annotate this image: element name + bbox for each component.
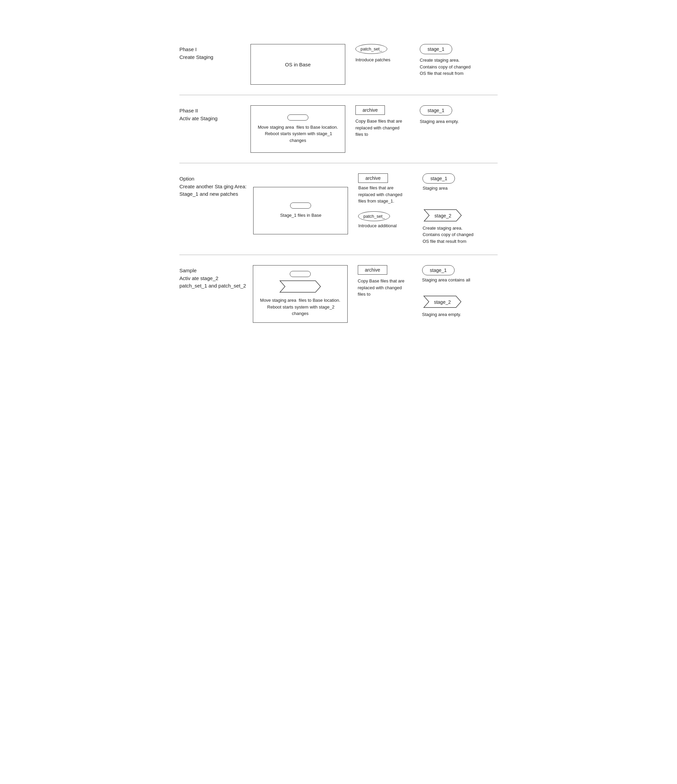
sample-right-col: stage_1 Staging area contains all stage_… xyxy=(422,265,476,318)
phase1-label: Phase I Create Staging xyxy=(179,44,250,61)
phase1-patch-oval: patch_set_ xyxy=(356,44,387,54)
option-patch-oval: patch_set_ xyxy=(358,212,390,221)
option-archive-box: archive xyxy=(358,173,388,183)
option-patch-text: Introduce additional xyxy=(358,222,409,229)
phase2-label: Phase II Activ ate Staging xyxy=(179,105,250,122)
phase1-base-label: OS in Base xyxy=(285,62,311,67)
sample-stage2-text: Staging area empty. xyxy=(422,311,463,318)
option-capsule xyxy=(290,202,311,208)
option-base-desc: Stage_1 files in Base xyxy=(280,212,321,219)
section-phase1: Phase I Create Staging OS in Base patch_… xyxy=(179,34,498,95)
phase2-archive-box: archive xyxy=(356,105,385,115)
phase2-stage1-shape: stage_1 xyxy=(420,105,452,115)
sample-archive-box: archive xyxy=(358,265,387,275)
option-middle-col: archive Base files that are replaced wit… xyxy=(358,173,412,229)
phase2-title-line1: Phase II xyxy=(179,107,244,115)
sample-title-line2: Activ ate stage_2 xyxy=(179,275,246,282)
option-title-line3: Stage_1 and new patches xyxy=(179,190,247,198)
phase1-base-area: OS in Base xyxy=(250,44,345,85)
phase1-stage1-shape: stage_1 xyxy=(420,44,452,54)
option-content: Stage_1 files in Base archive Base files… xyxy=(253,173,498,244)
sample-base-box: Move staging area files to Base location… xyxy=(253,265,348,323)
phase1-right-text: Create staging area.Contains copy of cha… xyxy=(420,57,477,77)
phase2-right-text: Staging area empty. xyxy=(420,118,459,125)
sample-title-line3: patch_set_1 and patch_set_2 xyxy=(179,282,246,290)
phase2-title-line2: Activ ate Staging xyxy=(179,115,244,123)
sample-base-desc: Move staging area files to Base location… xyxy=(258,297,342,317)
phase1-right-col: stage_1 Create staging area.Contains cop… xyxy=(420,44,477,77)
sample-content: Move staging area files to Base location… xyxy=(253,265,498,323)
sample-capsule xyxy=(290,271,311,277)
phase1-middle-col: patch_set_ Introduce patches xyxy=(356,44,410,63)
phase2-base-area: Move staging area files to Base location… xyxy=(250,105,345,153)
option-stage1-text: Staging area xyxy=(422,185,480,192)
option-title-line1: Option xyxy=(179,175,247,183)
sample-stage1-shape: stage_1 xyxy=(422,265,455,275)
phase2-capsule xyxy=(287,115,308,121)
option-base-box: Stage_1 files in Base xyxy=(253,187,348,234)
sample-stage2-label: stage_2 xyxy=(434,299,451,305)
svg-marker-1 xyxy=(280,281,321,292)
phase1-title-line2: Create Staging xyxy=(179,53,244,61)
phase1-middle-text: Introduce patches xyxy=(356,56,390,63)
option-right-col: stage_1 Staging area stage_2 Create stag… xyxy=(422,173,480,244)
option-middle-top: archive Base files that are replaced wit… xyxy=(358,173,412,205)
option-middle-bottom: patch_set_ Introduce additional xyxy=(358,212,412,229)
option-stage1-shape: stage_1 xyxy=(422,173,455,184)
section-sample: Sample Activ ate stage_2 patch_set_1 and… xyxy=(179,255,498,333)
option-stage2-label: stage_2 xyxy=(435,213,452,218)
sample-stage1-text: Staging area contains all xyxy=(422,277,470,283)
sample-right-bottom: stage_2 Staging area empty. xyxy=(422,295,463,318)
option-right-bottom: stage_2 Create staging area.Contains cop… xyxy=(422,208,480,245)
phase2-base-box: Move staging area files to Base location… xyxy=(250,105,345,153)
phase1-content: OS in Base patch_set_ Introduce patches … xyxy=(250,44,498,85)
page: Phase I Create Staging OS in Base patch_… xyxy=(152,0,525,367)
sample-base-area: Move staging area files to Base location… xyxy=(253,265,348,323)
section-option: Option Create another Sta ging Area: Sta… xyxy=(179,163,498,255)
sample-right-top: stage_1 Staging area contains all xyxy=(422,265,470,283)
sample-inner-arrow-svg xyxy=(278,280,322,293)
option-archive-text: Base files that are replaced with change… xyxy=(358,185,409,205)
option-stage2-text: Create staging area.Contains copy of cha… xyxy=(422,225,480,245)
phase2-right-col: stage_1 Staging area empty. xyxy=(420,105,474,125)
option-label: Option Create another Sta ging Area: Sta… xyxy=(179,173,253,198)
option-right-top: stage_1 Staging area xyxy=(422,173,480,192)
option-title-line2: Create another Sta ging Area: xyxy=(179,183,247,191)
section-phase2: Phase II Activ ate Staging Move staging … xyxy=(179,95,498,163)
phase2-content: Move staging area files to Base location… xyxy=(250,105,498,153)
phase2-base-desc: Move staging area files to Base location… xyxy=(256,124,340,144)
phase2-middle-col: archive Copy Base files that are replace… xyxy=(356,105,410,138)
sample-label: Sample Activ ate stage_2 patch_set_1 and… xyxy=(179,265,253,290)
sample-title-line1: Sample xyxy=(179,267,246,275)
sample-middle-col: archive Copy Base files that are replace… xyxy=(358,265,412,298)
phase1-title-line1: Phase I xyxy=(179,46,244,53)
phase2-middle-text: Copy Base files that are replaced with c… xyxy=(356,118,406,138)
sample-middle-text: Copy Base files that are replaced with c… xyxy=(358,278,408,298)
option-base-area: Stage_1 files in Base xyxy=(253,187,348,234)
phase1-base-box: OS in Base xyxy=(250,44,345,85)
